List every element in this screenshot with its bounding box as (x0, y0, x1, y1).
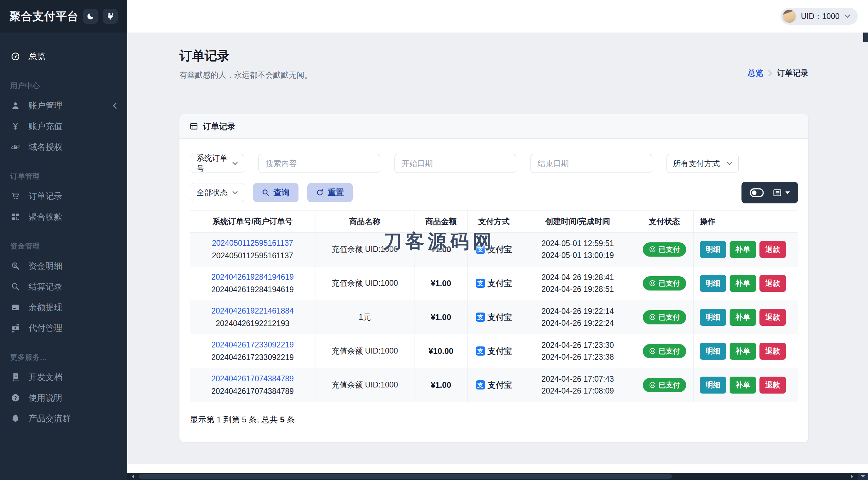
detail-button[interactable]: 明细 (700, 343, 726, 360)
col-header: 支付方式 (468, 211, 520, 232)
refund-button[interactable]: 退款 (759, 377, 786, 394)
system-order-link[interactable]: 2024050112595161137 (212, 239, 293, 248)
sidebar-item[interactable]: 订单记录 (0, 186, 127, 206)
product-name: 充值余额 UID:1000 (332, 278, 398, 288)
amount: ¥1.00 (431, 245, 451, 254)
order-field-select[interactable]: 系统订单号 (190, 154, 244, 173)
chevron-down-icon (727, 162, 732, 165)
toggle-switch[interactable] (750, 188, 764, 197)
system-order-link[interactable]: 2024042619221461884 (211, 306, 294, 316)
sidebar-item[interactable]: 产品交流群 (0, 408, 127, 429)
smile-icon (649, 314, 656, 321)
start-date-input[interactable] (394, 154, 516, 173)
columns-dropdown-button[interactable] (773, 188, 790, 197)
alipay-icon: 支 (476, 245, 485, 254)
scroll-right-arrow-icon[interactable] (848, 473, 856, 480)
system-order-link[interactable]: 2024042617233092219 (211, 340, 294, 349)
refund-button[interactable]: 退款 (759, 241, 786, 258)
sidebar-item[interactable]: 账户充值 (0, 116, 127, 137)
user-menu[interactable]: UID：1000 (780, 8, 858, 25)
sidebar-item[interactable]: 账户管理 (0, 95, 127, 116)
orders-table-body: 2024050112595161137 2024050112595161137 … (190, 233, 798, 402)
system-order-link[interactable]: 2024042617074384789 (211, 374, 294, 383)
sidebar-item-label: 资金明细 (28, 260, 62, 272)
breadcrumb-current: 订单记录 (777, 68, 808, 78)
list-icon (773, 188, 782, 197)
merchant-order-number: 20240426192212193 (216, 319, 289, 328)
svg-text:$: $ (14, 263, 16, 267)
supplement-order-button[interactable]: 补单 (730, 343, 756, 360)
supplement-order-button[interactable]: 补单 (730, 309, 756, 326)
completed-time: 2024-04-26 19:22:24 (541, 319, 614, 328)
sidebar-item[interactable]: e域名授权 (0, 137, 127, 157)
reset-button[interactable]: 重置 (307, 183, 353, 202)
sidebar-item[interactable]: 余额提现 (0, 297, 127, 318)
merchant-order-number: 2024042619284194619 (211, 285, 294, 294)
card-title: 订单记录 (203, 121, 235, 132)
refund-button[interactable]: 退款 (759, 309, 786, 326)
chevron-down-icon (232, 162, 238, 165)
table-header-row: 系统订单号/商户订单号 商品名称 商品金额 支付方式 创建时间/完成时间 支付状… (190, 210, 798, 233)
table-icon (190, 122, 198, 131)
main-area: UID：1000 订单记录 有幽默感的人，永远都不会默默无闻。 总览 订单记录 … (127, 0, 868, 480)
alipay-icon: 支 (476, 380, 485, 389)
merchant-order-number: 2024042617074384789 (211, 387, 294, 396)
query-button[interactable]: 查询 (253, 183, 298, 202)
sidebar-item[interactable]: 聚合收款 (0, 206, 127, 227)
col-header: 系统订单号/商户订单号 (190, 211, 315, 232)
refund-button[interactable]: 退款 (759, 343, 786, 360)
status-select[interactable]: 全部状态 (190, 183, 244, 202)
horizontal-scrollbar[interactable] (127, 473, 868, 480)
cart-icon (10, 191, 20, 201)
refund-button[interactable]: 退款 (759, 275, 786, 292)
table-row: 2024042617074384789 2024042617074384789 … (190, 368, 798, 402)
search-input[interactable] (258, 154, 380, 173)
qrcode-icon (10, 212, 20, 222)
gauge-icon (10, 52, 20, 62)
sidebar: 聚合支付平台 总览用户中心账户管理账户充值e域名授权订单管理订单记录聚合收款资金… (0, 0, 127, 480)
theme-brush-button[interactable] (103, 9, 118, 24)
sidebar-section-label: 更多服务... (10, 353, 127, 362)
refresh-icon (316, 189, 324, 196)
supplement-order-button[interactable]: 补单 (730, 377, 756, 394)
end-date-input[interactable] (531, 154, 652, 173)
sidebar-item[interactable]: ?使用说明 (0, 387, 127, 408)
status-label: 已支付 (659, 313, 680, 322)
detail-button[interactable]: 明细 (700, 309, 726, 326)
sidebar-item-label: 账户充值 (28, 121, 62, 132)
amount: ¥1.00 (431, 313, 451, 322)
alipay-icon: 支 (476, 313, 485, 322)
scroll-left-arrow-icon[interactable] (129, 473, 137, 480)
supplement-order-button[interactable]: 补单 (730, 241, 756, 258)
footer-strip (127, 464, 868, 473)
pay-method-select[interactable]: 所有支付方式 (667, 154, 739, 173)
system-order-link[interactable]: 2024042619284194619 (211, 273, 294, 282)
sidebar-item-label: 结算记录 (28, 281, 62, 292)
scroll-corner-icon[interactable] (858, 473, 868, 480)
created-time: 2024-04-26 19:22:14 (541, 307, 614, 316)
status-badge: 已支付 (643, 310, 686, 324)
sidebar-item[interactable]: 代付管理 (0, 318, 127, 338)
breadcrumb-home-link[interactable]: 总览 (748, 68, 763, 78)
dark-mode-button[interactable] (83, 9, 98, 24)
detail-button[interactable]: 明细 (700, 377, 726, 394)
supplement-order-button[interactable]: 补单 (730, 275, 756, 292)
col-header: 商品金额 (414, 211, 468, 232)
product-name: 充值余额 UID:1000 (332, 244, 398, 255)
sidebar-header: 聚合支付平台 (0, 0, 127, 33)
col-header: 创建时间/完成时间 (520, 211, 635, 232)
sidebar-item[interactable]: 结算记录 (0, 276, 127, 297)
completed-time: 2024-04-26 17:23:38 (541, 353, 614, 362)
detail-button[interactable]: 明细 (700, 241, 726, 258)
vertical-scrollbar-notch[interactable] (863, 33, 868, 42)
order-records-card: 订单记录 系统订单号 所有支付方式 (179, 114, 808, 442)
sidebar-item-label: 订单记录 (28, 191, 62, 202)
sidebar-item[interactable]: $资金明细 (0, 256, 127, 276)
order-field-value: 系统订单号 (196, 153, 228, 174)
sidebar-item[interactable]: 开发文档 (0, 367, 127, 387)
sidebar-section-label: 资金管理 (10, 241, 127, 251)
detail-button[interactable]: 明细 (700, 275, 726, 292)
svg-text:?: ? (14, 395, 17, 401)
scrollbar-thumb[interactable] (139, 474, 672, 479)
sidebar-item[interactable]: 总览 (0, 46, 127, 67)
